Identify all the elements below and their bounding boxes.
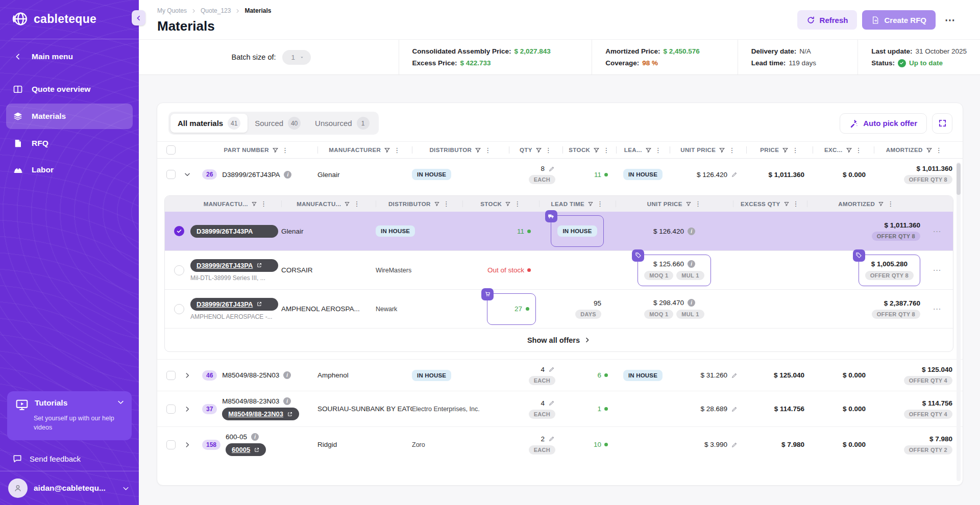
column-menu-icon[interactable]: ⋮ [484, 146, 491, 154]
auto-pick-offer-button[interactable]: Auto pick offer [840, 113, 927, 134]
sidebar-item-labor[interactable]: Labor [0, 157, 139, 183]
select-all-checkbox[interactable] [166, 145, 176, 155]
sidebar-item-rfq[interactable]: RFQ [0, 130, 139, 157]
filter-icon[interactable] [685, 201, 692, 207]
column-menu-icon[interactable]: ⋮ [282, 146, 288, 154]
filter-icon[interactable] [535, 147, 542, 154]
column-menu-icon[interactable]: ⋮ [443, 200, 450, 208]
offer-row-menu-icon[interactable]: ⋯ [925, 265, 949, 275]
column-menu-icon[interactable]: ⋮ [353, 200, 360, 208]
tab-all-materials[interactable]: All materials41 [170, 114, 248, 133]
part-link[interactable]: M85049/88-23N03 [222, 408, 299, 420]
filter-icon[interactable] [719, 147, 725, 154]
offer-part-link[interactable]: D38999/26TJ43PA [190, 298, 278, 311]
offer-part-link[interactable]: D38999/26TJ43PA [190, 259, 278, 272]
edit-pencil-icon[interactable] [731, 406, 738, 413]
collapse-row-icon[interactable] [180, 171, 195, 178]
edit-pencil-icon[interactable] [731, 171, 738, 178]
info-icon[interactable]: i [688, 228, 695, 235]
filter-icon[interactable] [272, 147, 279, 154]
filter-icon[interactable] [593, 147, 600, 154]
info-icon[interactable]: i [284, 171, 291, 179]
row-checkbox[interactable] [166, 371, 176, 380]
expand-row-icon[interactable] [180, 372, 195, 379]
filter-icon[interactable] [926, 147, 933, 154]
column-menu-icon[interactable]: ⋮ [603, 146, 609, 154]
table-row[interactable]: 46 M85049/88-25N03i Amphenol IN HOUSE 4E… [157, 359, 963, 391]
sidebar-item-main-menu[interactable]: Main menu [0, 43, 139, 70]
offer-row[interactable]: D38999/26TJ43PA Mil-DTL-38999 Series III… [165, 250, 953, 289]
table-row[interactable]: 158 600-05i 60005 Ridgid Zoro 2EACH 10 $… [157, 426, 963, 462]
breadcrumb-my-quotes[interactable]: My Quotes [157, 7, 187, 14]
row-checkbox[interactable] [166, 440, 176, 449]
filter-icon[interactable] [587, 201, 594, 207]
row-checkbox[interactable] [166, 170, 176, 179]
column-menu-icon[interactable]: ⋮ [260, 200, 267, 208]
tab-sourced[interactable]: Sourced40 [248, 114, 308, 133]
table-row[interactable]: 37 M85049/88-23N03i M85049/88-23N03 SOUR… [157, 391, 963, 426]
info-icon[interactable]: i [283, 371, 291, 379]
offer-row[interactable]: D38999/26TJ43PA Glenair IN HOUSE 11 IN H… [165, 212, 953, 250]
info-icon[interactable]: i [688, 260, 695, 268]
offer-radio[interactable] [174, 265, 184, 275]
column-menu-icon[interactable]: ⋮ [394, 146, 400, 154]
column-menu-icon[interactable]: ⋮ [545, 146, 552, 154]
sidebar-item-materials[interactable]: Materials [6, 104, 133, 129]
edit-pencil-icon[interactable] [548, 399, 555, 407]
create-rfq-button[interactable]: Create RFQ [862, 10, 936, 30]
filter-icon[interactable] [344, 201, 350, 207]
vertical-scrollbar[interactable] [957, 162, 961, 481]
sidebar-collapse-button[interactable] [132, 10, 145, 26]
batch-size-select[interactable]: 1 [282, 50, 311, 65]
sidebar-item-quote-overview[interactable]: Quote overview [0, 76, 139, 103]
column-menu-icon[interactable]: ⋮ [655, 146, 662, 154]
info-icon[interactable]: i [688, 299, 695, 307]
more-menu-button[interactable]: ⋯ [941, 12, 960, 28]
row-checkbox[interactable] [166, 405, 176, 414]
filter-icon[interactable] [434, 201, 440, 207]
column-menu-icon[interactable]: ⋮ [597, 200, 603, 208]
filter-icon[interactable] [782, 147, 789, 154]
info-icon[interactable]: i [251, 433, 259, 441]
column-menu-icon[interactable]: ⋮ [793, 200, 799, 208]
edit-pencil-icon[interactable] [548, 366, 555, 373]
send-feedback-button[interactable]: Send feedback [0, 446, 139, 471]
expand-row-icon[interactable] [180, 406, 195, 413]
info-icon[interactable]: i [283, 397, 291, 405]
edit-pencil-icon[interactable] [548, 435, 555, 442]
show-all-offers-button[interactable]: Show all offers [165, 328, 953, 351]
filter-icon[interactable] [846, 147, 852, 154]
column-menu-icon[interactable]: ⋮ [855, 146, 862, 154]
table-row[interactable]: 26 D38999/26TJ43PAi Glenair IN HOUSE 8EA… [157, 159, 963, 190]
tutorials-card[interactable]: Tutorials Set yourself up with our help … [7, 391, 132, 440]
edit-pencil-icon[interactable] [548, 165, 555, 172]
breadcrumb-quote[interactable]: Quote_123 [201, 7, 231, 14]
expand-row-icon[interactable] [180, 441, 195, 448]
edit-pencil-icon[interactable] [731, 372, 738, 379]
offer-radio[interactable] [174, 304, 184, 314]
offer-radio-selected[interactable] [174, 226, 184, 236]
column-menu-icon[interactable]: ⋮ [792, 146, 798, 154]
chevron-down-icon[interactable] [117, 398, 125, 406]
filter-icon[interactable] [878, 201, 884, 207]
offer-row-menu-icon[interactable]: ⋯ [925, 304, 949, 314]
column-menu-icon[interactable]: ⋮ [514, 200, 521, 208]
part-link[interactable]: 60005 [226, 443, 266, 456]
filter-icon[interactable] [475, 147, 481, 154]
tab-unsourced[interactable]: Unsourced1 [308, 114, 377, 133]
filter-icon[interactable] [645, 147, 652, 154]
fullscreen-button[interactable] [932, 113, 952, 134]
offer-row[interactable]: D38999/26TJ43PA AMPHENOL AEROSPACE -... … [165, 289, 953, 328]
edit-pencil-icon[interactable] [731, 441, 738, 448]
column-menu-icon[interactable]: ⋮ [936, 146, 942, 154]
user-menu[interactable]: aidan@cabletequ... [0, 471, 139, 505]
scrollbar-thumb[interactable] [957, 163, 961, 195]
filter-icon[interactable] [783, 201, 790, 207]
refresh-button[interactable]: Refresh [797, 10, 857, 30]
filter-icon[interactable] [505, 201, 511, 207]
filter-icon[interactable] [251, 201, 257, 207]
column-menu-icon[interactable]: ⋮ [695, 200, 701, 208]
filter-icon[interactable] [384, 147, 390, 154]
offer-row-menu-icon[interactable]: ⋯ [925, 226, 949, 236]
column-menu-icon[interactable]: ⋮ [728, 146, 735, 154]
